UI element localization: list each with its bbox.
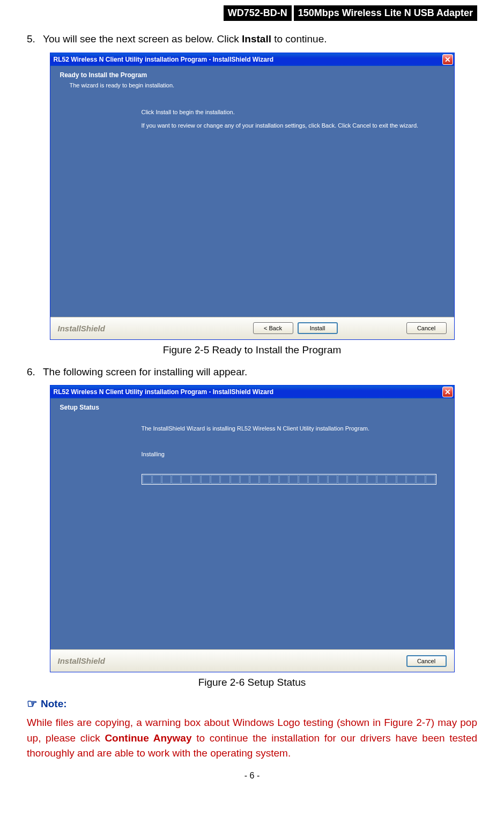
- header-description: 150Mbps Wireless Lite N USB Adapter: [294, 5, 477, 21]
- install-button[interactable]: Install: [298, 322, 338, 334]
- cancel-button[interactable]: Cancel: [406, 322, 447, 334]
- progress-bar: [142, 474, 436, 485]
- dialog-line: The InstallShield Wizard is installing R…: [142, 424, 422, 434]
- window-title: RL52 Wireless N Client Utility installat…: [54, 388, 442, 396]
- titlebar[interactable]: RL52 Wireless N Client Utility installat…: [50, 53, 454, 66]
- installshield-brand: InstallShield: [58, 324, 105, 333]
- figure-caption-2: Figure 2-6 Setup Status: [27, 677, 477, 688]
- dialog-footer: InstallShield < Back Install Cancel: [50, 317, 454, 339]
- back-button[interactable]: < Back: [253, 322, 293, 334]
- page-number: - 6 -: [27, 771, 477, 781]
- step-text: The following screen for installing will…: [43, 365, 477, 380]
- installshield-brand: InstallShield: [58, 656, 105, 665]
- header-model: WD752-BD-N: [224, 5, 292, 21]
- step-6: 6. The following screen for installing w…: [27, 365, 477, 380]
- install-dialog-ready: RL52 Wireless N Client Utility installat…: [50, 53, 455, 340]
- dialog-status-text: Installing: [142, 450, 422, 459]
- close-icon[interactable]: ✕: [442, 54, 453, 65]
- dialog-heading: Setup Status: [50, 398, 454, 414]
- install-dialog-status: RL52 Wireless N Client Utility installat…: [50, 385, 455, 672]
- note-heading: ☞ Note:: [27, 697, 477, 711]
- window-title: RL52 Wireless N Client Utility installat…: [54, 56, 442, 63]
- dialog-line: Click Install to begin the installation.: [142, 108, 422, 117]
- figure-caption-1: Figure 2-5 Ready to Install the Program: [27, 344, 477, 356]
- dialog-subtext: The wizard is ready to begin installatio…: [50, 82, 454, 98]
- step-number: 5.: [27, 32, 43, 47]
- titlebar[interactable]: RL52 Wireless N Client Utility installat…: [50, 385, 454, 398]
- note-body: While files are copying, a warning box a…: [27, 715, 477, 761]
- dialog-heading: Ready to Install the Program: [50, 66, 454, 82]
- step-text: You will see the next screen as below. C…: [43, 32, 477, 47]
- cancel-button[interactable]: Cancel: [406, 655, 447, 667]
- close-icon[interactable]: ✕: [442, 387, 453, 397]
- step-number: 6.: [27, 365, 43, 380]
- pointing-hand-icon: ☞: [27, 697, 38, 711]
- page-header: WD752-BD-N 150Mbps Wireless Lite N USB A…: [27, 0, 477, 26]
- step-5: 5. You will see the next screen as below…: [27, 32, 477, 47]
- dialog-footer: InstallShield Cancel: [50, 649, 454, 672]
- dialog-line: If you want to review or change any of y…: [142, 121, 422, 131]
